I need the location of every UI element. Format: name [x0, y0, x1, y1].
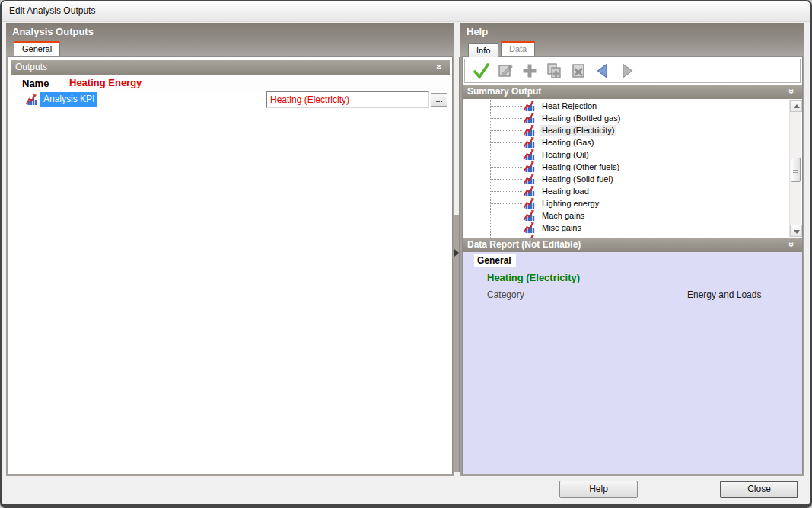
kpi-value-field[interactable]: Heating (Electricity): [266, 91, 429, 108]
collapse-chevron-icon[interactable]: [788, 85, 798, 99]
tree-item-label[interactable]: Mach gains: [540, 210, 587, 221]
analysis-outputs-panel: Analysis Outputs General Outputs Name He…: [6, 23, 454, 477]
bar-chart-icon: [523, 100, 535, 112]
analysis-kpi-selected-label[interactable]: Analysis KPI: [40, 92, 97, 107]
scroll-down-icon[interactable]: [790, 225, 802, 237]
tree-item[interactable]: Heating (Other fuels): [463, 161, 788, 173]
tree-item-label[interactable]: Heat Rejection: [540, 101, 599, 111]
window-title: Edit Analysis Outputs: [9, 5, 95, 16]
tree-item[interactable]: Heating (Bottled gas): [463, 112, 788, 124]
duplicate-icon[interactable]: [544, 61, 564, 81]
bar-chart-icon: [523, 173, 535, 185]
data-report-section-header[interactable]: Data Report (Not Editable): [463, 238, 802, 252]
browse-button[interactable]: ...: [431, 93, 447, 107]
name-row: Name Heating Energy: [11, 76, 449, 91]
summary-output-section-header[interactable]: Summary Output: [463, 85, 802, 99]
output-name-value[interactable]: Heating Energy: [69, 77, 142, 88]
collapse-chevron-icon[interactable]: [788, 238, 798, 252]
close-button[interactable]: Close: [720, 481, 798, 498]
tree-item-label[interactable]: Misc gains: [540, 222, 584, 233]
tree-item-label[interactable]: Heating (Gas): [540, 137, 596, 148]
summary-output-title: Summary Output: [467, 86, 541, 97]
bar-chart-icon: [523, 209, 535, 222]
tree-item-label[interactable]: Heating (Other fuels): [540, 161, 622, 172]
splitter-collapse-arrow-icon[interactable]: [454, 249, 459, 257]
summary-output-list: Heat Rejection He: [463, 100, 788, 238]
panel-splitter[interactable]: [454, 57, 460, 472]
tree-item[interactable]: Mach gains: [463, 209, 788, 222]
edit-analysis-outputs-dialog: Edit Analysis Outputs Analysis Outputs G…: [0, 0, 812, 508]
tree-item[interactable]: Misc gains: [463, 222, 788, 234]
bar-chart-icon: [523, 136, 535, 149]
name-column-label: Name: [22, 78, 49, 89]
tree-item[interactable]: Heat Rejection: [463, 100, 788, 112]
collapse-chevron-icon[interactable]: [436, 60, 445, 75]
tree-item[interactable]: Heating (Electricity): [463, 124, 788, 136]
report-field-label: Category: [487, 289, 524, 300]
outputs-section-header[interactable]: Outputs: [11, 60, 450, 75]
scrollbar-thumb[interactable]: [791, 158, 801, 182]
forward-icon[interactable]: [617, 61, 637, 81]
add-icon[interactable]: [520, 61, 540, 81]
edit-icon[interactable]: [495, 61, 515, 81]
summary-output-tree: Heat Rejection He: [463, 99, 802, 238]
tree-item-label[interactable]: Heating load: [540, 186, 591, 196]
bar-chart-icon: [523, 222, 535, 234]
tree-item-label[interactable]: Heating (Electricity): [540, 125, 616, 136]
analysis-outputs-panel-title: Analysis Outputs: [12, 26, 94, 37]
analysis-outputs-content: Outputs Name Heating Energy: [8, 56, 453, 474]
tree-item[interactable]: Heating (Gas): [463, 136, 788, 149]
tree-item-label[interactable]: Heating (Oil): [540, 149, 591, 160]
tree-scrollbar[interactable]: [789, 100, 801, 237]
bar-chart-icon: [523, 112, 535, 124]
bar-chart-icon: [523, 149, 535, 161]
tab-info[interactable]: Info: [468, 43, 498, 57]
scroll-up-icon[interactable]: [790, 100, 802, 112]
delete-icon[interactable]: [568, 61, 588, 81]
help-button[interactable]: Help: [559, 481, 638, 498]
data-report-body: General Heating (Electricity) Category E…: [463, 252, 802, 474]
apply-check-icon[interactable]: [471, 61, 491, 81]
tab-general[interactable]: General: [14, 41, 60, 56]
tree-item-label[interactable]: Lighting energy: [540, 198, 601, 209]
analysis-kpi-row[interactable]: Analysis KPI Heating (Electricity) ...: [11, 91, 449, 110]
tree-item-label[interactable]: Heating (Bottled gas): [540, 113, 623, 123]
tree-item[interactable]: Heating (Solid fuel): [463, 173, 788, 185]
report-group-label: General: [474, 254, 516, 267]
help-toolbar: [464, 59, 801, 83]
data-report-title: Data Report (Not Editable): [467, 239, 581, 250]
help-panel-title: Help: [467, 26, 488, 37]
back-icon[interactable]: [593, 61, 613, 81]
tree-item[interactable]: Heating (Oil): [463, 149, 788, 161]
help-panel: Help Info Data: [460, 23, 804, 477]
help-content: Summary Output: [462, 56, 803, 474]
outputs-section-title: Outputs: [15, 62, 47, 72]
bar-chart-icon: [523, 197, 535, 209]
bar-chart-icon: [523, 185, 535, 197]
tree-item[interactable]: Heating load: [463, 185, 788, 197]
bar-chart-icon: [523, 161, 535, 173]
tree-item[interactable]: Lighting energy: [463, 197, 788, 209]
bar-chart-icon: [25, 94, 37, 106]
dialog-footer: Help Close: [2, 476, 810, 504]
bar-chart-icon: [523, 124, 535, 136]
report-item-name: Heating (Electricity): [487, 272, 580, 283]
tree-item-label[interactable]: Heating (Solid fuel): [540, 174, 616, 184]
title-bar: Edit Analysis Outputs: [2, 1, 810, 22]
analysis-outputs-panel-header: Analysis Outputs: [6, 23, 454, 56]
tab-data[interactable]: Data: [501, 41, 535, 56]
report-field-value: Energy and Loads: [687, 289, 761, 300]
